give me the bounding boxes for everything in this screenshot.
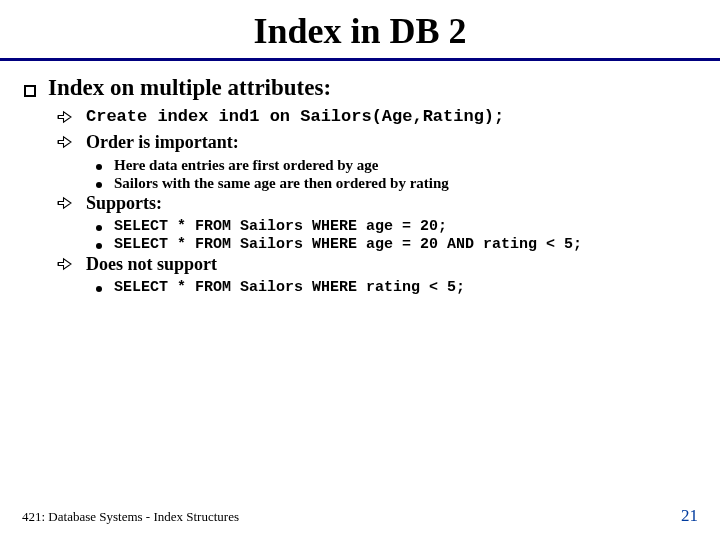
dot-icon <box>96 243 102 249</box>
square-bullet-icon <box>24 85 36 97</box>
bullet-lvl2: Supports: <box>56 193 696 216</box>
hand-icon <box>56 108 76 131</box>
footer: 421: Database Systems - Index Structures… <box>22 506 698 526</box>
bullet-lvl1: Index on multiple attributes: <box>24 75 696 101</box>
dot-icon <box>96 164 102 170</box>
bullet-lvl3: Here data entries are first ordered by a… <box>96 157 696 174</box>
order-point: Sailors with the same age are then order… <box>114 175 449 192</box>
hand-icon <box>56 194 76 217</box>
hand-icon <box>56 255 76 278</box>
not-support-point: SELECT * FROM Sailors WHERE rating < 5; <box>114 279 465 296</box>
dot-icon <box>96 286 102 292</box>
bullet-lvl2-code: Create index ind1 on Sailors(Age,Rating)… <box>56 107 696 130</box>
bullet-lvl3: Sailors with the same age are then order… <box>96 175 696 192</box>
supports-heading: Supports: <box>86 193 162 214</box>
create-index-stmt: Create index ind1 on Sailors(Age,Rating)… <box>86 107 504 126</box>
bullet-lvl2: Does not support <box>56 254 696 277</box>
order-heading: Order is important: <box>86 132 239 153</box>
bullet-lvl3-code: SELECT * FROM Sailors WHERE rating < 5; <box>96 279 696 296</box>
bullet-lvl2: Order is important: <box>56 132 696 155</box>
page-number: 21 <box>681 506 698 526</box>
supports-point: SELECT * FROM Sailors WHERE age = 20 AND… <box>114 236 582 253</box>
bullet-lvl3-code: SELECT * FROM Sailors WHERE age = 20 AND… <box>96 236 696 253</box>
footer-text: 421: Database Systems - Index Structures <box>22 509 239 525</box>
lvl1-text: Index on multiple attributes: <box>48 75 331 101</box>
not-support-heading: Does not support <box>86 254 217 275</box>
hand-icon <box>56 133 76 156</box>
title-underline <box>0 58 720 61</box>
dot-icon <box>96 182 102 188</box>
dot-icon <box>96 225 102 231</box>
order-point: Here data entries are first ordered by a… <box>114 157 379 174</box>
slide-title: Index in DB 2 <box>24 10 696 58</box>
bullet-lvl3-code: SELECT * FROM Sailors WHERE age = 20; <box>96 218 696 235</box>
slide: Index in DB 2 Index on multiple attribut… <box>0 0 720 540</box>
supports-point: SELECT * FROM Sailors WHERE age = 20; <box>114 218 447 235</box>
